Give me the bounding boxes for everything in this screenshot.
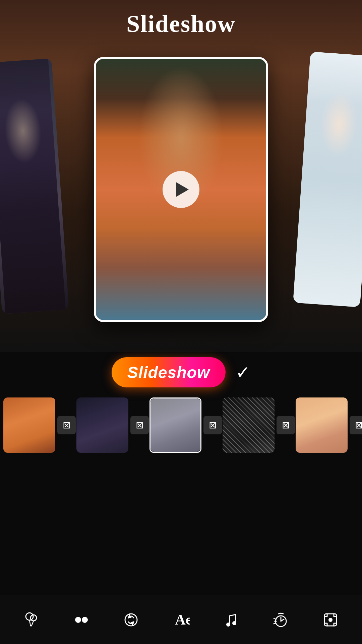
toolbar-music-button[interactable] [206, 609, 256, 631]
svg-text:Ae: Ae [175, 611, 190, 628]
thumb-image-5 [296, 397, 348, 453]
svg-point-5 [75, 617, 81, 623]
svg-point-10 [232, 621, 236, 625]
balloon-icon [21, 609, 43, 631]
transition-symbol-1: ⊠ [63, 420, 70, 431]
svg-point-9 [226, 623, 230, 627]
transition-symbol-4: ⊠ [282, 420, 290, 431]
page-title: Slideshow [0, 10, 362, 38]
toolbar-effects-button[interactable] [106, 609, 156, 631]
transition-symbol-5: ⊠ [355, 420, 362, 431]
play-icon [176, 182, 189, 197]
side-photo-left[interactable] [0, 58, 69, 314]
frame-icon [319, 609, 341, 631]
main-photo[interactable] [94, 57, 268, 322]
confirm-checkmark[interactable]: ✓ [236, 362, 250, 382]
left-photo-content [0, 59, 66, 314]
toolbar-sticker-button[interactable] [7, 609, 57, 631]
svg-point-7 [125, 614, 137, 626]
svg-point-0 [26, 613, 33, 620]
play-button[interactable] [163, 171, 199, 208]
side-photo-right[interactable] [293, 52, 362, 307]
music-icon [220, 609, 242, 631]
svg-line-2 [29, 620, 31, 626]
swap-icon [120, 609, 142, 631]
diagonal-overlay [223, 397, 275, 453]
thumbnail-5[interactable] [296, 397, 348, 453]
thumb-image-3 [150, 398, 200, 452]
transition-icon-1[interactable]: ⊠ [57, 416, 76, 434]
transition-symbol-3: ⊠ [209, 420, 217, 431]
thumbnail-3[interactable] [149, 397, 201, 453]
toolbar-speed-button[interactable] [256, 609, 306, 631]
transition-icon-3[interactable]: ⊠ [203, 416, 222, 434]
carousel-area [0, 50, 362, 329]
dots-icon [70, 609, 92, 631]
timer-icon [270, 609, 292, 631]
svg-line-3 [32, 621, 34, 626]
right-photo-content [293, 52, 362, 307]
bottom-toolbar: Ae [0, 595, 362, 644]
thumb-image-4 [223, 397, 275, 453]
slideshow-button-label: Slideshow [127, 363, 210, 382]
toolbar-frame-button[interactable] [305, 609, 355, 631]
transition-icon-2[interactable]: ⊠ [130, 416, 149, 434]
svg-point-13 [328, 618, 333, 622]
slideshow-button[interactable]: Slideshow [112, 357, 226, 387]
thumbnail-strip: ⊠ ⊠ ⊠ ⊠ ⊠ [0, 396, 362, 454]
thumb-image-2 [76, 397, 128, 453]
toolbar-text-button[interactable]: Ae [156, 609, 206, 631]
toolbar-dots-button[interactable] [57, 609, 107, 631]
svg-point-6 [82, 617, 88, 623]
thumbnail-4[interactable] [223, 397, 275, 453]
text-icon: Ae [170, 609, 192, 631]
thumbnail-2[interactable] [76, 397, 128, 453]
transition-icon-4[interactable]: ⊠ [277, 416, 295, 434]
thumb-image-1 [3, 397, 55, 453]
thumbnail-1[interactable] [3, 397, 55, 453]
transition-symbol-2: ⊠ [136, 420, 143, 431]
slideshow-action-area: Slideshow ✓ [0, 357, 362, 387]
transition-icon-5[interactable]: ⊠ [350, 416, 362, 434]
